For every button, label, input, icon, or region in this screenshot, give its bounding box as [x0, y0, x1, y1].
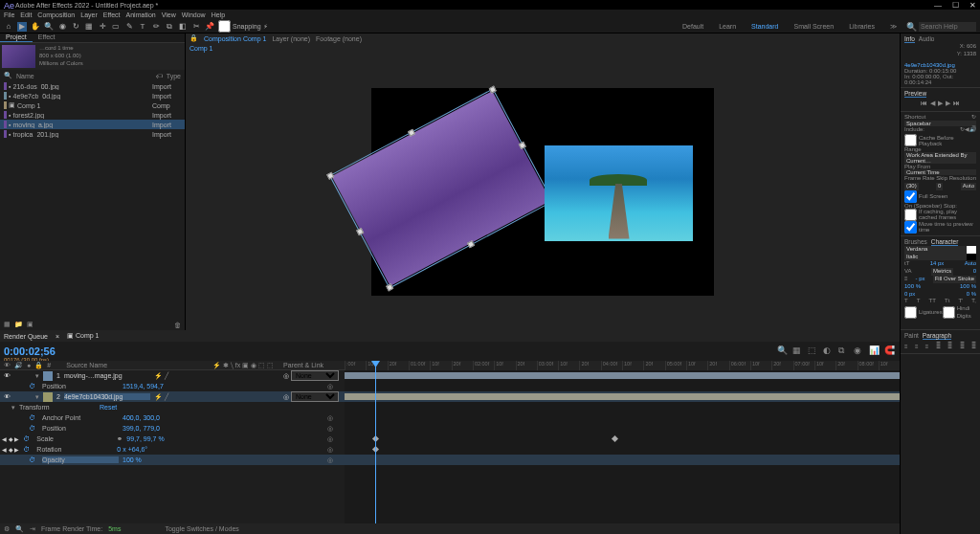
layer-track[interactable]	[345, 391, 900, 402]
allcaps-button[interactable]: TT	[929, 298, 936, 305]
tab-comp-timeline[interactable]: ▣ Comp 1	[67, 332, 99, 340]
skip-dropdown[interactable]: 0	[936, 183, 943, 190]
timeline-layer[interactable]: 👁 ▾ 1 moving-…mage.jpg ⚡ ╱ ◎ None	[0, 370, 345, 381]
twirl-icon[interactable]: ▾	[11, 404, 15, 412]
parent-dropdown[interactable]: None	[291, 370, 339, 381]
tab-render-queue[interactable]: Render Queue	[4, 333, 48, 340]
keyframe-nav[interactable]: ◀ ◆ ▶	[2, 435, 19, 442]
tab-project[interactable]: Project	[0, 33, 33, 42]
superscript-button[interactable]: T'	[958, 298, 963, 305]
timeline-tracks-area[interactable]: :00f10f20f01:00f10f20f02:00f10f20f03:00f…	[345, 361, 900, 523]
transform-handle[interactable]	[408, 128, 415, 136]
stopwatch-icon[interactable]: ⏱	[29, 456, 38, 463]
tab-paragraph[interactable]: Paragraph	[923, 332, 951, 340]
maximize-button[interactable]: ☐	[951, 1, 959, 10]
justify-center-icon[interactable]: ≣	[947, 344, 952, 351]
draft3d-icon[interactable]: ⬚	[808, 345, 819, 357]
workspace-libraries[interactable]: Libraries	[843, 23, 880, 30]
tag-icon[interactable]: 🏷	[156, 73, 163, 79]
justify-right-icon[interactable]: ≣	[960, 344, 965, 351]
canvas-area[interactable]	[186, 53, 900, 330]
tsume[interactable]: 0 %	[967, 291, 976, 299]
menu-composition[interactable]: Composition	[37, 11, 75, 18]
play-icon[interactable]: ▶	[938, 100, 943, 107]
layer-name[interactable]: 4e9e7cb10430d.jpg	[64, 393, 150, 400]
zoom-tool-icon[interactable]: 🔍	[44, 22, 54, 32]
hindi-checkbox[interactable]	[943, 306, 955, 319]
menu-edit[interactable]: Edit	[20, 11, 32, 18]
asset-row[interactable]: ▣Comp 1Comp	[0, 100, 185, 110]
transform-property[interactable]: ⏱ Position 1519,4, 594,7 ◎	[0, 381, 345, 391]
time-ruler[interactable]: :00f10f20f01:00f10f20f02:00f10f20f03:00f…	[345, 361, 900, 370]
justify-all-icon[interactable]: ≣	[971, 344, 976, 351]
rotate-tool-icon[interactable]: ↻	[71, 22, 80, 32]
col-name-header[interactable]: Name	[16, 73, 152, 79]
graph-icon[interactable]: 📊	[869, 345, 880, 357]
visibility-toggle[interactable]: 👁	[4, 393, 11, 400]
stopwatch-icon[interactable]: ⏱	[29, 425, 38, 432]
puppet-tool-icon[interactable]: 📌	[205, 22, 214, 32]
tab-preview[interactable]: Preview	[904, 90, 926, 98]
asset-row[interactable]: ▪216-dos_00.jpgImport	[0, 81, 185, 91]
workspace-default[interactable]: Default	[677, 23, 709, 30]
tab-footage[interactable]: Footage (none)	[316, 35, 362, 42]
motionblur-icon[interactable]: ◉	[854, 345, 865, 357]
lock-icon[interactable]: 🔒	[189, 34, 198, 42]
new-folder-icon[interactable]: 📁	[14, 321, 23, 328]
swap-color-icon[interactable]	[967, 254, 976, 261]
orbit-tool-icon[interactable]: ◉	[57, 22, 67, 32]
twirl-icon[interactable]: ▾	[35, 393, 39, 401]
layer-image-selected[interactable]	[332, 91, 551, 286]
lock-column-icon[interactable]: 🔒	[34, 362, 43, 369]
style-dropdown[interactable]: Italic	[904, 254, 967, 261]
interpret-icon[interactable]: ▦	[4, 321, 11, 328]
transform-property[interactable]: ⏱Opacity100 %◎	[0, 455, 345, 465]
transform-handle[interactable]	[467, 240, 475, 248]
asset-row[interactable]: ▪4e9e7cb_0d.jpgImport	[0, 91, 185, 100]
delete-icon[interactable]: 🗑	[174, 322, 181, 328]
pickwhip-icon[interactable]: ◎	[327, 446, 333, 454]
stopwatch-icon[interactable]: ⏱	[29, 414, 38, 421]
snap-icon[interactable]: 🧲	[884, 345, 896, 357]
shape-tool-icon[interactable]: ▭	[111, 22, 121, 32]
font-size[interactable]: 14 px	[930, 260, 945, 268]
fullscreen-checkbox[interactable]	[904, 190, 917, 203]
leading[interactable]: Auto	[965, 260, 976, 268]
home-icon[interactable]: ⌂	[4, 22, 13, 32]
tab-layer[interactable]: Layer (none)	[272, 35, 310, 42]
include-icons[interactable]: ↻◀🔊	[960, 126, 976, 134]
ligatures-checkbox[interactable]	[904, 306, 917, 319]
stopwatch-icon[interactable]: ⏱	[23, 435, 33, 442]
eraser-tool-icon[interactable]: ◧	[178, 22, 188, 32]
menu-layer[interactable]: Layer	[80, 11, 98, 18]
transform-handle[interactable]	[326, 171, 334, 179]
caching-checkbox[interactable]	[904, 209, 917, 221]
justify-left-icon[interactable]: ≣	[936, 344, 941, 351]
shy-icon[interactable]: ◐	[823, 345, 835, 357]
camera-tool-icon[interactable]: ▦	[84, 22, 94, 32]
brush-tool-icon[interactable]: ✏	[151, 22, 161, 32]
source-name-header[interactable]: Source Name	[66, 362, 209, 368]
tab-character[interactable]: Character	[931, 238, 959, 246]
menu-file[interactable]: File	[4, 11, 14, 18]
composition-canvas[interactable]	[371, 88, 714, 296]
selection-tool-icon[interactable]: ▶	[17, 22, 27, 32]
toggle-switches-icon[interactable]: ⚙	[4, 525, 10, 533]
timecode-display[interactable]: 0:00:02;56	[4, 345, 56, 357]
tab-paint[interactable]: Paint	[904, 332, 919, 340]
eyedropper-icon[interactable]	[967, 246, 976, 254]
align-left-icon[interactable]: ≡	[904, 344, 908, 351]
tab-composition-name[interactable]: Comp 1	[243, 35, 267, 42]
range-dropdown[interactable]: Work Area Extended By Current…	[904, 152, 976, 164]
tab-audio[interactable]: Audio	[919, 35, 935, 43]
next-frame-icon[interactable]: ▶	[946, 100, 950, 107]
layer-track[interactable]	[345, 370, 900, 381]
res-dropdown[interactable]: Auto	[961, 183, 976, 190]
pickwhip-icon[interactable]: ◎	[327, 383, 333, 390]
playhead[interactable]	[375, 361, 376, 523]
pickwhip-icon[interactable]: ◎	[327, 414, 333, 422]
tracking[interactable]: 0	[973, 268, 976, 276]
movetime-checkbox[interactable]	[904, 221, 917, 234]
tab-effect-controls[interactable]: Effect	[33, 33, 61, 42]
col-type-header[interactable]: Type	[167, 73, 181, 79]
